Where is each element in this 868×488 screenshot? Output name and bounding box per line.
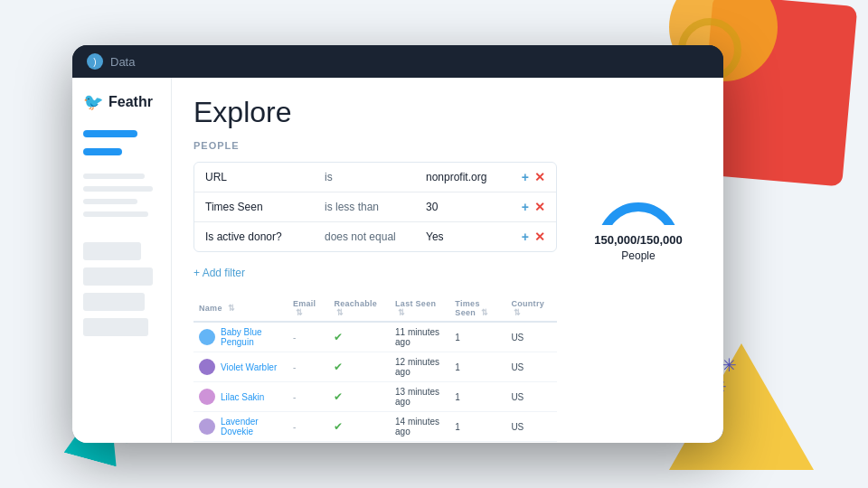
filter-remove-url[interactable]: ✕ — [534, 170, 545, 184]
cell-times-seen: 1 — [449, 322, 505, 352]
cell-last-seen: 12 minutes ago — [390, 352, 449, 382]
gauge-container — [589, 171, 688, 225]
filter-row-times-seen: Times Seen is less than 30 + ✕ — [194, 192, 556, 222]
logo-text: Feathr — [108, 94, 153, 110]
cell-reachable: ✔ — [328, 382, 390, 412]
reachable-check-icon: ✔ — [334, 390, 343, 403]
add-filter-label: + Add filter — [193, 267, 245, 279]
cell-times-seen: 1 — [449, 412, 505, 442]
col-country[interactable]: Country ⇅ — [505, 296, 557, 322]
filter-row-url: URL is nonprofit.org + ✕ — [194, 163, 556, 192]
sidebar-block-4 — [83, 318, 148, 336]
filter-row-donor: Is active donor? does not equal Yes + ✕ — [194, 222, 556, 251]
cell-name: Lilac Sakin — [193, 382, 288, 412]
page-title: Explore — [193, 96, 702, 129]
table-row[interactable]: Lilac Sakin -✔13 minutes ago1US — [193, 382, 557, 412]
gauge-svg — [589, 171, 688, 225]
add-filter-button[interactable]: + Add filter — [193, 261, 557, 285]
device-outer: ) Data 🐦 Feathr — [72, 45, 723, 443]
filter-op-url: is — [325, 171, 415, 183]
sidebar-nav-active2[interactable] — [83, 148, 122, 155]
table-row[interactable]: Violet Warbler -✔12 minutes ago1US — [193, 352, 557, 382]
person-name[interactable]: Lilac Sakin — [221, 392, 264, 402]
cell-times-seen: 1 — [449, 382, 505, 412]
cell-reachable: ⊖ — [328, 442, 390, 444]
filter-field-times-seen: Times Seen — [205, 201, 314, 213]
filter-remove-times-seen[interactable]: ✕ — [534, 200, 545, 214]
cell-email: - — [288, 442, 328, 444]
gauge-section: 150,000/150,000 People — [575, 162, 702, 264]
filter-value-url: nonprofit.org — [426, 171, 511, 183]
sidebar-block-1 — [83, 242, 141, 260]
sidebar-row-4 — [83, 211, 148, 217]
filter-table: URL is nonprofit.org + ✕ Times Seen — [193, 162, 557, 252]
device-title: Data — [110, 55, 135, 69]
cell-country: US — [505, 352, 557, 382]
cell-name: Baby Blue Penguin — [193, 322, 288, 352]
sidebar: 🐦 Feathr — [72, 78, 172, 443]
sidebar-block-2 — [83, 267, 153, 286]
cell-reachable: ✔ — [328, 322, 390, 352]
person-name[interactable]: Baby Blue Penguin — [221, 327, 282, 347]
cell-name: Olive Albatross — [193, 442, 288, 444]
titlebar: ) Data — [72, 45, 723, 78]
col-reachable[interactable]: Reachable ⇅ — [328, 296, 390, 322]
cell-name: Lavender Dovekie — [193, 412, 288, 442]
table-row[interactable]: Olive Albatross -⊖14 minutes ago1US — [193, 442, 557, 444]
main-panel: Explore PEOPLE URL is nonprofit.org — [172, 78, 723, 443]
cell-country: US — [505, 442, 557, 444]
table-header-row: Name ⇅ Email ⇅ Reachable ⇅ Last Seen ⇅ T… — [193, 296, 557, 322]
filter-add-times-seen[interactable]: + — [522, 200, 529, 214]
person-name[interactable]: Violet Warbler — [221, 362, 277, 372]
cell-times-seen: 1 — [449, 442, 505, 444]
reachable-check-icon: ✔ — [334, 420, 343, 433]
col-name[interactable]: Name ⇅ — [193, 296, 288, 322]
filter-field-donor: Is active donor? — [205, 230, 314, 243]
device-wrapper: ) Data 🐦 Feathr — [72, 45, 723, 443]
filter-op-times-seen: is less than — [325, 201, 415, 213]
sidebar-block-3 — [83, 293, 145, 311]
logo-icon: 🐦 — [83, 92, 103, 112]
cell-email: - — [288, 322, 328, 352]
sidebar-row-2 — [83, 186, 153, 192]
reachable-check-icon: ✔ — [334, 361, 343, 373]
cell-country: US — [505, 322, 557, 352]
cell-country: US — [505, 412, 557, 442]
table-row[interactable]: Baby Blue Penguin -✔11 minutes ago1US — [193, 322, 557, 352]
table-row[interactable]: Lavender Dovekie -✔14 minutes ago1US — [193, 412, 557, 442]
sidebar-row-3 — [83, 199, 137, 204]
sidebar-section — [83, 174, 160, 336]
gauge-people-label: People — [621, 249, 655, 262]
person-name[interactable]: Lavender Dovekie — [221, 417, 282, 436]
cell-times-seen: 1 — [449, 352, 505, 382]
filter-value-times-seen: 30 — [426, 201, 511, 213]
filter-add-url[interactable]: + — [522, 170, 529, 184]
results-table: Name ⇅ Email ⇅ Reachable ⇅ Last Seen ⇅ T… — [193, 296, 557, 443]
gauge-count: 150,000/150,000 — [594, 233, 683, 247]
filter-field-url: URL — [205, 171, 314, 183]
filter-actions-times-seen: + ✕ — [522, 200, 545, 214]
device-logo-icon: ) — [87, 53, 103, 70]
sidebar-nav-active1[interactable] — [83, 130, 137, 137]
col-times-seen[interactable]: Times Seen ⇅ — [449, 296, 505, 322]
cell-last-seen: 11 minutes ago — [390, 322, 449, 352]
sidebar-logo: 🐦 Feathr — [83, 92, 160, 112]
app-content: 🐦 Feathr Explor — [72, 78, 723, 443]
gauge-label: 150,000/150,000 People — [594, 232, 683, 264]
filter-actions-url: + ✕ — [522, 170, 545, 184]
cell-email: - — [288, 352, 328, 382]
cell-last-seen: 13 minutes ago — [390, 382, 449, 412]
col-last-seen[interactable]: Last Seen ⇅ — [390, 296, 449, 322]
cell-last-seen: 14 minutes ago — [390, 442, 449, 444]
cell-reachable: ✔ — [328, 412, 390, 442]
cell-email: - — [288, 412, 328, 442]
col-email[interactable]: Email ⇅ — [288, 296, 328, 322]
reachable-check-icon: ✔ — [334, 331, 343, 343]
filter-remove-donor[interactable]: ✕ — [534, 230, 545, 244]
sidebar-row-1 — [83, 174, 145, 179]
cell-email: - — [288, 382, 328, 412]
cell-name: Violet Warbler — [193, 352, 288, 382]
filter-add-donor[interactable]: + — [522, 230, 529, 244]
cell-last-seen: 14 minutes ago — [390, 412, 449, 442]
filter-actions-donor: + ✕ — [522, 230, 545, 244]
